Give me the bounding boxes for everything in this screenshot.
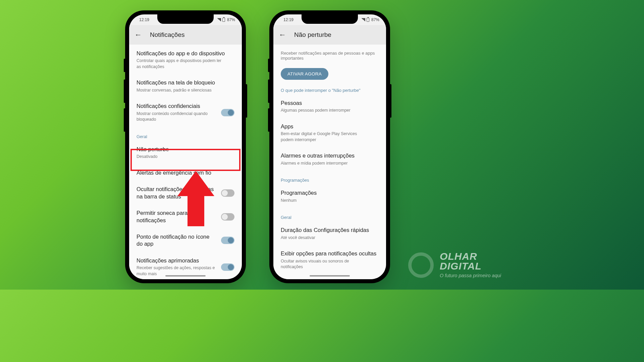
row-title: Alertas de emergência sem fio — [137, 169, 234, 176]
toggle-hide-silent[interactable] — [221, 189, 234, 197]
side-button — [124, 59, 125, 72]
section-header-interrupt: O que pode interromper o "Não perturbe" — [273, 81, 386, 95]
row-people[interactable]: Pessoas Algumas pessoas podem interrompe… — [273, 95, 386, 118]
toggle-snooze[interactable] — [221, 213, 234, 221]
row-hidden-notifications[interactable]: Exibir opções para notificações ocultas … — [273, 245, 386, 275]
back-button[interactable]: ← — [278, 31, 287, 39]
home-indicator — [165, 275, 206, 277]
battery-icon — [222, 18, 225, 22]
row-do-not-disturb[interactable]: Não perturbe Desativado — [129, 141, 242, 165]
row-notification-dot[interactable]: Ponto de notificação no ícone do app — [129, 229, 242, 252]
toggle-notification-dot[interactable] — [221, 237, 234, 244]
section-header-general: Geral — [273, 208, 386, 222]
app-bar: ← Não perturbe — [273, 25, 386, 45]
activate-now-button[interactable]: ATIVAR AGORA — [281, 68, 328, 80]
row-title: Notificações aprimoradas — [137, 257, 216, 264]
phone-left: 12:19 87% ← Notificações Notificações do… — [125, 10, 246, 283]
row-subtitle: Nenhum — [281, 198, 368, 204]
row-title: Exibir opções para notificações ocultas — [281, 250, 379, 257]
page-description: Receber notificações apenas de pessoas e… — [273, 45, 386, 65]
row-subtitle: Alarmes e mídia podem interromper — [281, 161, 368, 167]
notch — [157, 14, 214, 24]
brand-tagline: O futuro passa primeiro aqui — [440, 273, 501, 278]
row-title: Alarmes e outras interrupções — [281, 152, 379, 159]
power-button — [390, 84, 391, 118]
row-title: Notificações na tela de bloqueio — [137, 79, 234, 86]
row-confidential-notifications[interactable]: Notificações confidenciais Mostrar conte… — [129, 98, 242, 127]
row-alarms[interactable]: Alarmes e outras interrupções Alarmes e … — [273, 147, 386, 171]
row-title: Não perturbe — [137, 146, 234, 153]
row-title: Apps — [281, 123, 379, 130]
page-title: Notificações — [150, 31, 185, 39]
row-lock-screen-notifications[interactable]: Notificações na tela de bloqueio Mostrar… — [129, 74, 242, 98]
settings-list: Notificações do app e do dispositivo Con… — [129, 45, 242, 279]
row-schedules[interactable]: Programações Nenhum — [273, 185, 386, 208]
brand-ring-icon — [408, 252, 434, 278]
volume-down-button — [268, 108, 270, 132]
row-app-device-notifications[interactable]: Notificações do app e do dispositivo Con… — [129, 45, 242, 74]
row-title: Notificações confidenciais — [137, 103, 216, 110]
row-subtitle: Até você desativar — [281, 235, 368, 241]
row-apps[interactable]: Apps Bem-estar digital e Google Play Ser… — [273, 118, 386, 147]
status-time: 12:19 — [283, 17, 293, 22]
signal-icon — [361, 18, 365, 21]
row-title: Ponto de notificação no ícone do app — [137, 233, 216, 248]
row-subtitle: Desativado — [137, 154, 224, 160]
row-subtitle: Mostrar conteúdo confidencial quando blo… — [137, 111, 216, 123]
notch — [302, 14, 358, 24]
home-indicator — [310, 275, 350, 277]
volume-up-button — [268, 79, 270, 103]
row-title: Permitir soneca para notificações — [137, 209, 216, 224]
signal-icon — [217, 18, 221, 21]
status-time: 12:19 — [139, 17, 149, 22]
app-bar: ← Notificações — [129, 25, 242, 45]
row-subtitle: Ocultar avisos visuais ou sonoros de not… — [281, 258, 368, 270]
row-quick-settings-duration[interactable]: Duração das Configurações rápidas Até vo… — [273, 222, 386, 245]
volume-down-button — [124, 108, 125, 132]
watermark: OLHAR DIGITAL O futuro passa primeiro aq… — [408, 252, 501, 278]
phone-right: 12:19 87% ← Não perturbe Receber notific… — [269, 10, 390, 283]
power-button — [246, 84, 247, 118]
side-button — [268, 59, 270, 72]
section-header-schedules: Programações — [273, 171, 386, 185]
row-subtitle: Controlar quais apps e dispositivos pode… — [137, 58, 224, 70]
row-title: Pessoas — [281, 100, 379, 107]
phone-pair: 12:19 87% ← Notificações Notificações do… — [0, 0, 515, 290]
volume-up-button — [124, 79, 125, 103]
status-battery: 87% — [371, 17, 379, 22]
row-title: Ocultar notificações silenciosas na barr… — [137, 186, 216, 200]
toggle-enhanced[interactable] — [221, 263, 234, 271]
battery-icon — [367, 18, 369, 22]
row-title: Programações — [281, 189, 379, 196]
row-snooze[interactable]: Permitir soneca para notificações — [129, 205, 242, 229]
row-subtitle: Bem-estar digital e Google Play Services… — [281, 131, 368, 143]
row-emergency-alerts[interactable]: Alertas de emergência sem fio — [129, 165, 242, 181]
brand-line2: DIGITAL — [440, 260, 482, 272]
row-subtitle: Algumas pessoas podem interromper — [281, 108, 368, 114]
section-header-general: Geral — [129, 127, 242, 141]
dnd-list: Receber notificações apenas de pessoas e… — [273, 45, 386, 279]
row-title: Notificações do app e do dispositivo — [137, 50, 234, 57]
row-title: Duração das Configurações rápidas — [281, 227, 379, 234]
back-button[interactable]: ← — [134, 31, 143, 39]
row-subtitle: Mostrar conversas, padrão e silenciosas — [137, 87, 224, 94]
row-hide-silent[interactable]: Ocultar notificações silenciosas na barr… — [129, 181, 242, 205]
page-title: Não perturbe — [294, 31, 331, 39]
toggle-confidential[interactable] — [221, 109, 234, 116]
status-battery: 87% — [227, 17, 235, 22]
